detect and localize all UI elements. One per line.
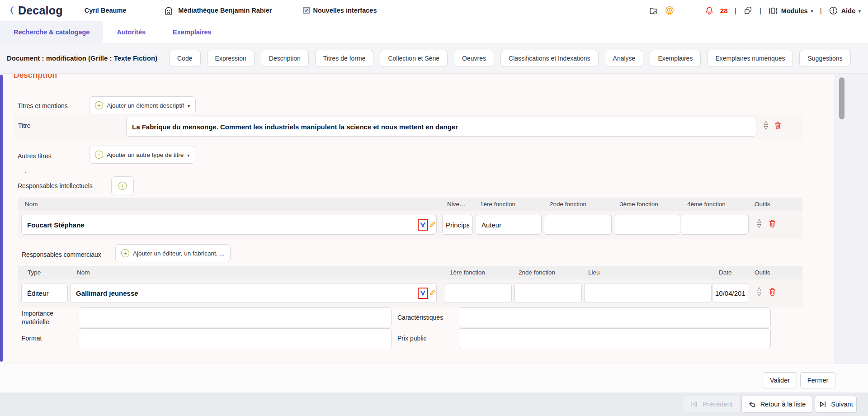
separator: | xyxy=(734,7,737,14)
fermer-button[interactable]: Fermer xyxy=(800,372,835,388)
help-menu[interactable]: Aide ▾ xyxy=(829,6,861,15)
logo-mark-icon xyxy=(9,5,17,16)
folder-cloud-icon[interactable] xyxy=(649,6,659,15)
author-name-input[interactable] xyxy=(21,215,437,235)
fonction2-input[interactable] xyxy=(544,215,612,235)
pub-fonction1-input[interactable] xyxy=(445,283,512,303)
modules-icon xyxy=(768,6,778,16)
publisher-name-field-wrap xyxy=(70,283,437,303)
separator: | xyxy=(819,7,823,14)
library-icon xyxy=(164,5,174,16)
edit-pencil-icon[interactable] xyxy=(429,221,436,230)
header-actions: 28 | | Modules ▾ | xyxy=(649,0,868,21)
new-interfaces-label: Nouvelles interfaces xyxy=(313,7,377,14)
top-header: Decalog Cyril Beaume Médiathèque Benjami… xyxy=(0,0,868,21)
authority-link-icon[interactable] xyxy=(418,219,428,231)
info-icon xyxy=(829,6,838,15)
help-label: Aide xyxy=(841,7,855,14)
fonction4-input[interactable] xyxy=(681,215,749,235)
titre-input[interactable] xyxy=(126,117,756,137)
importance-materielle-label: Importance matérielle xyxy=(22,309,69,326)
plus-circle-icon: + xyxy=(121,249,129,257)
description-panel: Description Titres et mentions + Ajouter… xyxy=(3,74,834,364)
notification-bell-icon[interactable] xyxy=(704,6,714,16)
col-1ere-fonction: 1ère fonction xyxy=(450,266,485,279)
precedent-button[interactable]: Précédent xyxy=(683,396,740,413)
link-pages-icon[interactable] xyxy=(743,6,753,15)
niveau-input[interactable] xyxy=(442,215,473,235)
authority-link-icon[interactable] xyxy=(418,288,428,299)
date-input[interactable] xyxy=(712,283,748,303)
add-descriptive-element-button[interactable]: + Ajouter un élément descriptif ▾ xyxy=(89,96,196,114)
toolbar-button-exemplaires-numeriques[interactable]: Exemplaires numériques xyxy=(707,50,793,67)
chevron-down-icon: ▾ xyxy=(859,9,861,14)
col-outils: Outils xyxy=(755,198,770,211)
pub-fonction2-input[interactable] xyxy=(514,283,582,303)
vertical-scrollbar-thumb[interactable] xyxy=(839,77,844,119)
autres-titres-label: Autres titres xyxy=(18,152,52,160)
format-input[interactable] xyxy=(79,328,392,348)
toolbar-button-oeuvres[interactable]: Oeuvres xyxy=(454,50,494,67)
tab-recherche-catalogage[interactable]: Recherche & catalogage xyxy=(0,21,103,43)
move-up-icon[interactable]: △ xyxy=(764,120,768,124)
plus-circle-icon: + xyxy=(95,151,103,159)
row-move-up-down[interactable]: △ ▽ xyxy=(757,218,761,228)
valider-button[interactable]: Valider xyxy=(763,372,797,388)
toolbar-button-classifications[interactable]: Classifications et Indexations xyxy=(500,50,599,67)
new-interfaces-toggle[interactable]: ✓ Nouvelles interfaces xyxy=(303,7,377,14)
app-logo: Decalog xyxy=(9,4,63,17)
tab-autorites[interactable]: Autorités xyxy=(103,21,159,43)
titre-move-up-down[interactable]: △ ▽ xyxy=(764,120,768,130)
tab-exemplaires[interactable]: Exemplaires xyxy=(159,21,225,43)
add-other-title-button[interactable]: + Ajouter un autre type de titre ▾ xyxy=(89,146,195,164)
fonction1-input[interactable] xyxy=(476,215,542,235)
importance-materielle-input[interactable] xyxy=(79,307,392,327)
prix-public-label: Prix public xyxy=(397,335,427,342)
titre-delete-icon[interactable] xyxy=(774,121,782,132)
row-move-up-down[interactable]: △ ▽ xyxy=(757,287,761,296)
move-down-icon[interactable]: ▽ xyxy=(757,224,761,228)
toolbar-button-titres-de-forme[interactable]: Titres de forme xyxy=(315,50,374,67)
publisher-type-input[interactable] xyxy=(21,283,68,303)
move-down-icon[interactable]: ▽ xyxy=(757,292,761,296)
move-up-icon[interactable]: △ xyxy=(757,218,761,222)
skip-previous-icon xyxy=(690,401,698,407)
row-delete-icon[interactable] xyxy=(769,219,776,230)
add-intellectual-responsible-button[interactable]: + xyxy=(111,176,134,195)
modules-menu[interactable]: Modules ▾ xyxy=(768,6,813,16)
stray-dot: . xyxy=(24,167,26,174)
toolbar-button-analyse[interactable]: Analyse xyxy=(605,50,644,67)
fonction3-input[interactable] xyxy=(614,215,680,235)
col-3eme-fonction: 3ème fonction xyxy=(620,198,658,211)
separator: | xyxy=(759,7,762,14)
plus-circle-icon: + xyxy=(95,101,103,109)
toolbar-button-description[interactable]: Description xyxy=(261,50,309,67)
row-delete-icon[interactable] xyxy=(769,288,776,298)
toolbar-button-suggestions[interactable]: Suggestions xyxy=(799,50,850,67)
checkbox-checked-icon[interactable]: ✓ xyxy=(303,7,310,14)
publisher-name-input[interactable] xyxy=(70,283,437,303)
prix-public-input[interactable] xyxy=(459,328,771,348)
broadcast-icon[interactable] xyxy=(665,6,675,16)
document-title: Document : modification (Grille : Texte … xyxy=(7,54,157,62)
retour-liste-button[interactable]: Retour à la liste xyxy=(741,396,812,413)
toolbar-button-collection-serie[interactable]: Collection et Série xyxy=(380,50,448,67)
lieu-input[interactable] xyxy=(584,283,712,303)
edit-pencil-icon[interactable] xyxy=(429,289,436,298)
format-label: Format xyxy=(22,335,42,342)
titre-label: Titre xyxy=(18,122,30,129)
col-1ere-fonction: 1ère fonction xyxy=(480,198,515,211)
chevron-down-icon: ▾ xyxy=(188,104,190,109)
responsables-commerciaux-label: Responsables commerciaux xyxy=(22,251,101,258)
col-nom: Nom xyxy=(77,266,90,279)
library-name: Médiathèque Benjamin Rabier xyxy=(178,7,272,14)
scrollbar-track[interactable] xyxy=(834,74,868,364)
move-up-icon[interactable]: △ xyxy=(757,287,761,291)
toolbar-button-code[interactable]: Code xyxy=(169,50,200,67)
add-publisher-button[interactable]: + Ajouter un éditeur, un fabricant, ... xyxy=(115,244,231,262)
move-down-icon[interactable]: ▽ xyxy=(764,126,768,130)
toolbar-button-expression[interactable]: Expression xyxy=(207,50,255,67)
suivant-button[interactable]: Suivant xyxy=(815,396,857,413)
toolbar-button-exemplaires[interactable]: Exemplaires xyxy=(650,50,701,67)
caracteristiques-input[interactable] xyxy=(459,307,771,327)
